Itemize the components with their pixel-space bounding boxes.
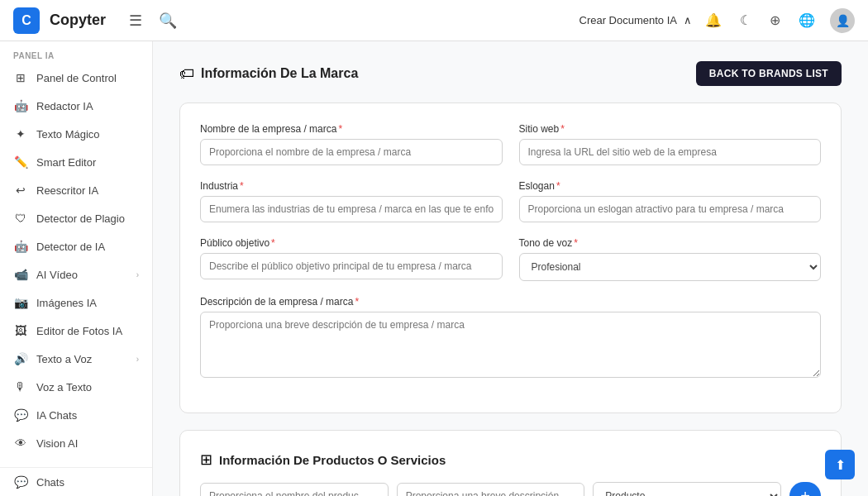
page-header: 🏷 Información De La Marca BACK TO BRANDS… — [179, 61, 842, 86]
sidebar-item-label: Smart Editor — [36, 156, 139, 169]
sidebar-item-redactor-ia[interactable]: 🤖 Redactor IA — [0, 92, 152, 120]
sidebar-item-ia-chats[interactable]: 💬 IA Chats — [0, 401, 152, 429]
add-product-button[interactable]: + — [789, 482, 821, 496]
sidebar-bottom: 💬 Chats — [0, 467, 152, 496]
arrow-icon: › — [136, 270, 139, 279]
tone-label: Tono de voz* — [519, 237, 822, 249]
sidebar-item-imagenes-ia[interactable]: 📷 Imágenes IA — [0, 289, 152, 317]
product-desc-input[interactable] — [397, 483, 585, 496]
audience-label: Público objetivo* — [200, 237, 503, 249]
sidebar-item-label: Texto Mágico — [36, 128, 139, 141]
panel-control-icon: ⊞ — [13, 71, 28, 84]
topnav: C Copyter ☰ 🔍 Crear Documento IA ∧ 🔔 ☾ ⊕… — [0, 0, 868, 41]
row-audience-tone: Público objetivo* Tono de voz* Profesion… — [200, 237, 821, 281]
website-input[interactable] — [519, 139, 822, 165]
sidebar-section-label: PANEL IA — [0, 41, 152, 64]
back-to-brands-button[interactable]: BACK TO BRANDS LIST — [696, 61, 842, 86]
tone-group: Tono de voz* Profesional Casual Formal A… — [519, 237, 822, 281]
sidebar-item-label: Voz a Texto — [36, 381, 139, 393]
sidebar-item-label: Detector de IA — [36, 241, 139, 253]
sidebar-item-label: Editor de Fotos IA — [36, 325, 139, 337]
website-label: Sitio web* — [519, 123, 822, 135]
nav-right: 🔔 ☾ ⊕ 🌐 👤 — [702, 8, 855, 33]
sidebar-item-smart-editor[interactable]: ✏️ Smart Editor — [0, 148, 152, 176]
sidebar-item-label: IA Chats — [36, 409, 139, 422]
create-doc-label[interactable]: Crear Documento IA ∧ — [579, 14, 693, 26]
sidebar-item-label: Reescritor IA — [36, 184, 139, 197]
products-section-icon: ⊞ — [200, 451, 212, 469]
company-name-label: Nombre de la empresa / marca* — [200, 123, 503, 135]
product-type-select[interactable]: Producto Servicio — [593, 482, 781, 496]
company-name-group: Nombre de la empresa / marca* — [200, 123, 503, 165]
description-textarea[interactable] — [200, 312, 821, 378]
sidebar-item-texto-magico[interactable]: ✦ Texto Mágico — [0, 120, 152, 148]
moon-icon[interactable]: ☾ — [737, 9, 755, 31]
sidebar-item-label: Texto a Voz — [36, 353, 128, 365]
texto-voz-icon: 🔊 — [13, 352, 28, 365]
sidebar-item-label: Detector de Plagio — [36, 212, 139, 225]
bell-icon[interactable]: 🔔 — [702, 9, 725, 31]
product-row: Producto Servicio + — [200, 482, 821, 496]
sidebar: PANEL IA ⊞ Panel de Control 🤖 Redactor I… — [0, 41, 153, 496]
scroll-top-button[interactable]: ⬆ — [825, 450, 855, 479]
menu-icon[interactable]: ☰ — [126, 8, 145, 33]
website-group: Sitio web* — [519, 123, 822, 165]
industry-input[interactable] — [200, 196, 503, 222]
tone-select[interactable]: Profesional Casual Formal Amigable — [519, 253, 822, 281]
redactor-ia-icon: 🤖 — [13, 99, 28, 112]
avatar[interactable]: 👤 — [830, 8, 855, 33]
main-content: 🏷 Información De La Marca BACK TO BRANDS… — [153, 41, 868, 496]
ia-chats-icon: 💬 — [13, 408, 28, 422]
products-section-title-row: ⊞ Información De Productos O Servicios — [200, 451, 821, 469]
row-name-website: Nombre de la empresa / marca* Sitio web* — [200, 123, 821, 165]
arrow-icon: › — [136, 355, 139, 364]
sidebar-item-texto-voz[interactable]: 🔊 Texto a Voz › — [0, 345, 152, 373]
imagenes-ia-icon: 📷 — [13, 296, 28, 309]
reescritor-ia-icon: ↩ — [13, 184, 28, 197]
vision-ai-icon: 👁 — [13, 436, 28, 450]
sidebar-item-ai-video[interactable]: 📹 AI Vídeo › — [0, 260, 152, 289]
audience-group: Público objetivo* — [200, 237, 503, 281]
sidebar-item-editor-fotos-ia[interactable]: 🖼 Editor de Fotos IA — [0, 317, 152, 345]
detector-plagio-icon: 🛡 — [13, 212, 28, 225]
industry-label: Industria* — [200, 180, 503, 192]
sidebar-item-label: AI Vídeo — [36, 269, 128, 281]
texto-magico-icon: ✦ — [13, 127, 28, 141]
smart-editor-icon: ✏️ — [13, 155, 28, 169]
editor-fotos-icon: 🖼 — [13, 324, 28, 337]
sidebar-item-detector-ia[interactable]: 🤖 Detector de IA — [0, 232, 152, 260]
sidebar-item-panel-control[interactable]: ⊞ Panel de Control — [0, 64, 152, 92]
chats-label: Chats — [36, 476, 139, 489]
industry-group: Industria* — [200, 180, 503, 222]
sidebar-item-reescritor-ia[interactable]: ↩ Reescritor IA — [0, 176, 152, 204]
company-name-input[interactable] — [200, 139, 503, 165]
slogan-group: Eslogan* — [519, 180, 822, 222]
sidebar-item-vision-ai[interactable]: 👁 Vision AI — [0, 429, 152, 457]
brand-info-card: Nombre de la empresa / marca* Sitio web*… — [179, 103, 842, 413]
sidebar-item-chats[interactable]: 💬 Chats — [0, 468, 152, 496]
detector-ia-icon: 🤖 — [13, 240, 28, 253]
description-label: Descripción de la empresa / marca* — [200, 296, 821, 308]
ai-video-icon: 📹 — [13, 268, 28, 281]
logo-icon: C — [13, 7, 40, 34]
products-section-title: Información De Productos O Servicios — [219, 453, 446, 467]
move-icon[interactable]: ⊕ — [766, 9, 784, 31]
voz-texto-icon: 🎙 — [13, 380, 28, 393]
row-industry-slogan: Industria* Eslogan* — [200, 180, 821, 222]
products-card: ⊞ Información De Productos O Servicios P… — [179, 430, 842, 496]
sidebar-item-label: Panel de Control — [36, 72, 139, 84]
globe-icon[interactable]: 🌐 — [795, 9, 818, 31]
page-title-row: 🏷 Información De La Marca — [179, 65, 358, 83]
sidebar-item-label: Vision AI — [36, 437, 139, 450]
audience-input[interactable] — [200, 253, 503, 279]
logo-text: Copyter — [50, 12, 106, 29]
chats-bottom-icon: 💬 — [13, 475, 28, 489]
sidebar-item-detector-plagio[interactable]: 🛡 Detector de Plagio — [0, 204, 152, 232]
slogan-input[interactable] — [519, 196, 822, 222]
sidebar-item-label: Imágenes IA — [36, 297, 139, 309]
sidebar-item-voz-texto[interactable]: 🎙 Voz a Texto — [0, 373, 152, 401]
search-icon[interactable]: 🔍 — [155, 8, 180, 33]
description-group: Descripción de la empresa / marca* — [200, 296, 821, 378]
sidebar-item-label: Redactor IA — [36, 100, 139, 112]
product-name-input[interactable] — [200, 483, 389, 496]
